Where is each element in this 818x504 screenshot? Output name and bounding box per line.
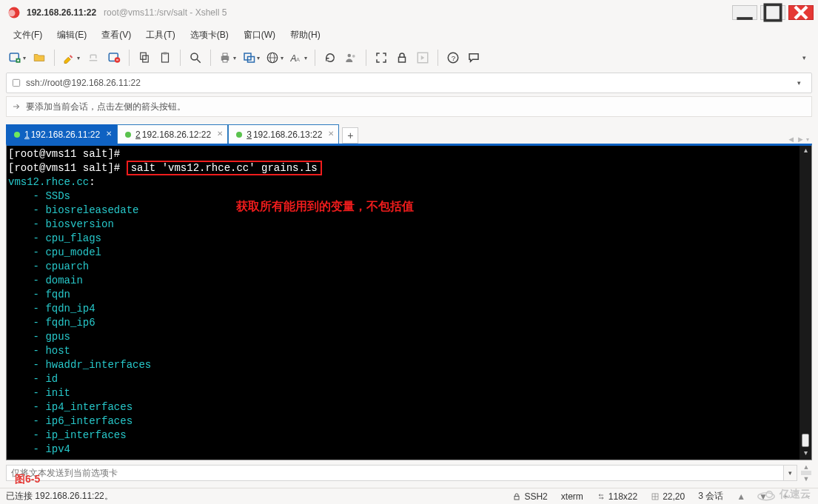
grid-icon: [651, 492, 660, 501]
status-protocol: SSH2: [512, 491, 547, 502]
svg-rect-31: [399, 57, 406, 62]
scroll-up-icon[interactable]: ▴: [804, 146, 808, 154]
add-tab-button[interactable]: +: [342, 127, 358, 144]
terminal-output: [root@vms11 salt]# [root@vms11 salt]# sa…: [7, 146, 811, 458]
minimize-button[interactable]: [732, 5, 757, 20]
tab-next-icon[interactable]: ►: [797, 135, 805, 144]
status-dot-icon: [125, 132, 131, 138]
cloud-icon: [756, 488, 777, 501]
fullscreen-button[interactable]: [372, 48, 391, 67]
address-bar[interactable]: ssh://root@192.168.26.11:22 ▾: [6, 73, 812, 93]
toolbar-separator: [180, 50, 181, 66]
send-scroll[interactable]: ▲▼: [800, 463, 812, 483]
session-tab-2[interactable]: 2 192.168.26.12:22 ✕: [117, 124, 228, 144]
svg-point-29: [348, 54, 352, 58]
chat-button[interactable]: [464, 48, 483, 67]
lock-button[interactable]: [392, 48, 412, 67]
status-dot-icon: [236, 132, 242, 138]
highlight-button[interactable]: ▾: [60, 48, 82, 67]
menubar: 文件(F) 编辑(E) 查看(V) 工具(T) 选项卡(B) 窗口(W) 帮助(…: [0, 25, 818, 44]
open-button[interactable]: [30, 48, 49, 67]
menu-help[interactable]: 帮助(H): [284, 27, 326, 43]
figure-label: 图6-5: [15, 473, 40, 486]
menu-file[interactable]: 文件(F): [7, 27, 48, 43]
svg-point-30: [352, 55, 355, 58]
svg-rect-16: [164, 53, 167, 55]
link-icon: [11, 78, 21, 88]
tab-number: 3: [247, 130, 252, 140]
go-button[interactable]: [413, 48, 432, 67]
svg-rect-35: [13, 79, 19, 86]
close-button[interactable]: [788, 5, 814, 20]
lock-icon: [512, 492, 521, 501]
svg-point-41: [766, 491, 772, 497]
tab-label: 192.168.26.12:22: [142, 130, 211, 140]
resize-icon: [597, 492, 606, 501]
menu-view[interactable]: 查看(V): [95, 27, 137, 43]
session-tab-1[interactable]: 1 192.168.26.11:22 ✕: [6, 124, 117, 144]
svg-point-17: [191, 53, 198, 60]
tab-label: 192.168.26.13:22: [253, 130, 322, 140]
status-cursor: 22,20: [651, 491, 685, 502]
svg-rect-13: [141, 53, 147, 59]
scroll-thumb[interactable]: [802, 434, 809, 447]
tab-number: 2: [135, 130, 141, 140]
help-button[interactable]: ?: [443, 48, 463, 67]
svg-rect-20: [223, 53, 227, 56]
status-up-icon[interactable]: ▲: [737, 491, 745, 502]
svg-point-1: [9, 10, 16, 16]
annotation-text: 获取所有能用到的变量，不包括值: [236, 199, 414, 215]
tab-number: 1: [24, 130, 30, 140]
watermark-text: 亿速云: [780, 488, 811, 501]
find-button[interactable]: [186, 48, 205, 67]
terminal[interactable]: [root@vms11 salt]# [root@vms11 salt]# sa…: [6, 144, 812, 460]
font-button[interactable]: AA▾: [287, 48, 309, 67]
svg-text:A: A: [290, 53, 297, 64]
toolbar-separator: [366, 50, 366, 66]
menu-tools[interactable]: 工具(T): [140, 27, 181, 43]
svg-text:?: ?: [452, 54, 456, 62]
web-button[interactable]: ▾: [264, 48, 286, 67]
print-button[interactable]: ▾: [216, 48, 238, 67]
menu-tabs[interactable]: 选项卡(B): [184, 27, 235, 43]
title-path: root@vms11:/srv/salt - Xshell 5: [104, 7, 227, 18]
svg-rect-21: [223, 59, 227, 62]
svg-line-18: [197, 59, 201, 63]
tab-label: 192.168.26.11:22: [31, 130, 100, 140]
close-tab-icon[interactable]: ✕: [328, 130, 334, 138]
status-term: xterm: [561, 491, 583, 502]
properties-button[interactable]: ▾: [240, 48, 262, 67]
scroll-down-icon[interactable]: ▾: [804, 448, 808, 457]
address-overflow[interactable]: ▾: [797, 79, 807, 87]
status-dot-icon: [14, 132, 20, 138]
title-host: 192.168.26.11:22: [27, 7, 96, 18]
toolbar-separator: [438, 50, 438, 66]
reconnect-button[interactable]: [84, 48, 103, 67]
menu-edit[interactable]: 编辑(E): [51, 27, 93, 43]
maximize-button[interactable]: [760, 5, 785, 20]
new-session-button[interactable]: ▾: [6, 48, 28, 67]
tab-prev-icon[interactable]: ◄: [787, 135, 795, 144]
session-tab-3[interactable]: 3 192.168.26.13:22 ✕: [228, 124, 339, 144]
menu-window[interactable]: 窗口(W): [238, 27, 281, 43]
refresh-button[interactable]: [321, 48, 340, 67]
toolbar-overflow[interactable]: ▾: [802, 54, 812, 61]
users-button[interactable]: [341, 48, 361, 67]
svg-rect-14: [143, 56, 149, 62]
disconnect-button[interactable]: [104, 48, 124, 67]
paste-button[interactable]: [155, 48, 175, 67]
send-options-button[interactable]: ▾: [784, 465, 797, 481]
svg-text:A: A: [296, 56, 300, 63]
close-tab-icon[interactable]: ✕: [106, 130, 112, 138]
toolbar: ▾ ▾ ▾ ▾ ▾ AA▾ ? ▾: [0, 44, 818, 71]
arrow-icon[interactable]: [11, 101, 21, 112]
close-tab-icon[interactable]: ✕: [217, 130, 223, 138]
status-sessions: 3 会话: [698, 490, 723, 503]
send-bar: ▾ ▲▼: [6, 463, 812, 483]
copy-button[interactable]: [135, 48, 154, 67]
send-input[interactable]: [6, 465, 784, 481]
address-url: ssh://root@192.168.26.11:22: [26, 78, 141, 88]
terminal-scrollbar[interactable]: ▴ ▾: [799, 146, 811, 460]
tab-list-icon[interactable]: ▾: [806, 136, 809, 143]
svg-rect-15: [162, 53, 169, 62]
